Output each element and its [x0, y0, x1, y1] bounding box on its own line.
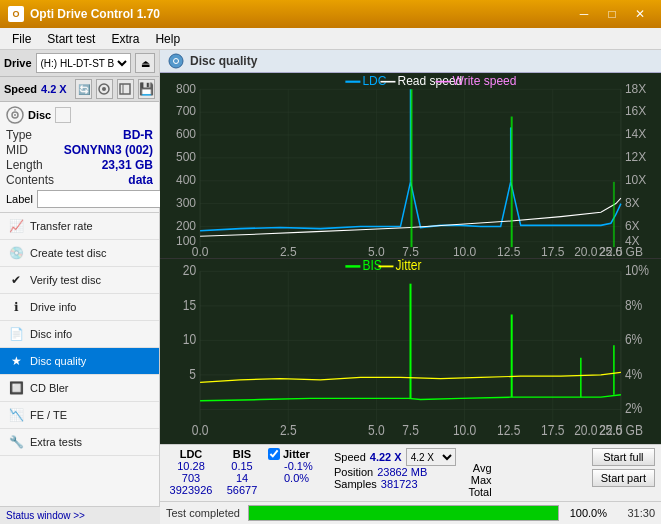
- start-full-button[interactable]: Start full: [592, 448, 655, 466]
- create-test-disc-icon: 💿: [8, 245, 24, 261]
- disc-length-label: Length: [6, 158, 43, 172]
- row-labels: Avg Max Total: [462, 462, 492, 498]
- svg-text:LDC: LDC: [362, 74, 386, 89]
- menu-start-test[interactable]: Start test: [39, 30, 103, 48]
- transfer-rate-label: Transfer rate: [30, 220, 93, 232]
- stats-panel: LDC 10.28 703 3923926 BIS 0.15 14 56677: [160, 444, 661, 501]
- bis-total: 56677: [227, 484, 258, 496]
- svg-point-1: [102, 87, 106, 91]
- disc-panel: Disc Type BD-R MID SONYNN3 (002) Length …: [0, 102, 159, 213]
- svg-text:0.0: 0.0: [192, 244, 209, 258]
- disc-mid-row: MID SONYNN3 (002): [6, 143, 153, 157]
- svg-text:15: 15: [183, 296, 196, 312]
- cd-bler-label: CD Bler: [30, 382, 69, 394]
- jitter-checkbox[interactable]: [268, 448, 280, 460]
- svg-rect-2: [120, 84, 130, 94]
- fe-te-icon: 📉: [8, 407, 24, 423]
- progress-bar: [248, 505, 559, 521]
- svg-text:20.0: 20.0: [574, 244, 597, 258]
- sidebar-item-disc-info[interactable]: 📄 Disc info: [0, 321, 159, 348]
- verify-test-disc-icon: ✔: [8, 272, 24, 288]
- title-bar-title: Opti Drive Control 1.70: [30, 7, 571, 21]
- maximize-button[interactable]: □: [599, 4, 625, 24]
- svg-text:300: 300: [176, 195, 196, 210]
- minimize-button[interactable]: ─: [571, 4, 597, 24]
- status-window-link[interactable]: Status window >>: [6, 510, 85, 521]
- transfer-rate-icon: 📈: [8, 218, 24, 234]
- speed-refresh-button[interactable]: 🔄: [75, 79, 92, 99]
- ldc-max: 703: [182, 472, 200, 484]
- close-button[interactable]: ✕: [627, 4, 653, 24]
- disc-length-row: Length 23,31 GB: [6, 158, 153, 172]
- disc-mid-label: MID: [6, 143, 28, 157]
- speed-icon-btn2[interactable]: [96, 79, 113, 99]
- sidebar-item-extra-tests[interactable]: 🔧 Extra tests: [0, 429, 159, 456]
- svg-text:4%: 4%: [625, 365, 642, 381]
- disc-quality-icon: ★: [8, 353, 24, 369]
- sidebar-item-transfer-rate[interactable]: 📈 Transfer rate: [0, 213, 159, 240]
- menu-file[interactable]: File: [4, 30, 39, 48]
- chart1-svg: 800 700 600 500 400 300 200 100 18X 16X …: [160, 73, 661, 258]
- svg-point-7: [14, 109, 16, 111]
- disc-label-text: Label: [6, 193, 33, 205]
- svg-text:800: 800: [176, 81, 196, 96]
- disc-type-label: Type: [6, 128, 32, 142]
- drive-eject-button[interactable]: ⏏: [135, 53, 155, 73]
- progress-percent: 100.0%: [567, 507, 607, 519]
- menu-extra[interactable]: Extra: [103, 30, 147, 48]
- speed-key: Speed: [334, 451, 366, 463]
- svg-text:8%: 8%: [625, 296, 642, 312]
- speed-dropdown[interactable]: 4.2 X: [406, 448, 456, 466]
- extra-tests-label: Extra tests: [30, 436, 82, 448]
- drive-label: Drive: [4, 57, 32, 69]
- drive-select[interactable]: (H:) HL-DT-ST BD-RE WH16NS48 1.D3: [36, 53, 131, 73]
- disc-quality-icon: [168, 53, 184, 69]
- svg-text:2%: 2%: [625, 400, 642, 416]
- ldc-total: 3923926: [170, 484, 213, 496]
- drive-info-icon: ℹ: [8, 299, 24, 315]
- svg-text:5: 5: [189, 365, 196, 381]
- speed-avg-val: 4.22 X: [370, 451, 402, 463]
- sidebar-item-drive-info[interactable]: ℹ Drive info: [0, 294, 159, 321]
- disc-quality-label: Disc quality: [30, 355, 86, 367]
- start-part-button[interactable]: Start part: [592, 469, 655, 487]
- svg-text:16X: 16X: [625, 104, 647, 119]
- menu-help[interactable]: Help: [147, 30, 188, 48]
- speed-icon-btn3[interactable]: [117, 79, 134, 99]
- disc-icon: [6, 106, 24, 124]
- progress-time: 31:30: [615, 507, 655, 519]
- fe-te-label: FE / TE: [30, 409, 67, 421]
- position-value: 23862 MB: [377, 466, 427, 478]
- bis-header: BIS: [233, 448, 251, 460]
- samples-label: Samples: [334, 478, 377, 490]
- sidebar-item-disc-quality[interactable]: ★ Disc quality: [0, 348, 159, 375]
- title-bar: O Opti Drive Control 1.70 ─ □ ✕: [0, 0, 661, 28]
- status-bar: Status window >>: [0, 506, 160, 524]
- samples-value: 381723: [381, 478, 418, 490]
- disc-contents-label: Contents: [6, 173, 54, 187]
- nav-list: 📈 Transfer rate 💿 Create test disc ✔ Ver…: [0, 213, 159, 456]
- speed-save-btn[interactable]: 💾: [138, 79, 155, 99]
- disc-mid-value: SONYNN3 (002): [64, 143, 153, 157]
- disc-type-value: BD-R: [123, 128, 153, 142]
- max-label: Max: [471, 474, 492, 486]
- ldc-col: LDC 10.28 703 3923926: [166, 448, 216, 496]
- disc-info-icon: 📄: [8, 326, 24, 342]
- sidebar-item-verify-test-disc[interactable]: ✔ Verify test disc: [0, 267, 159, 294]
- sidebar-item-create-test-disc[interactable]: 💿 Create test disc: [0, 240, 159, 267]
- svg-text:6%: 6%: [625, 331, 642, 347]
- samples-row: Samples 381723: [334, 478, 456, 490]
- sidebar-item-fe-te[interactable]: 📉 FE / TE: [0, 402, 159, 429]
- disc-length-value: 23,31 GB: [102, 158, 153, 172]
- title-bar-buttons: ─ □ ✕: [571, 4, 653, 24]
- position-label: Position: [334, 466, 373, 478]
- svg-text:600: 600: [176, 127, 196, 142]
- jitter-checkbox-row: Jitter: [268, 448, 328, 460]
- svg-text:2.5: 2.5: [280, 422, 297, 438]
- sidebar-item-cd-bler[interactable]: 🔲 CD Bler: [0, 375, 159, 402]
- jitter-header: Jitter: [283, 448, 310, 460]
- svg-text:8X: 8X: [625, 195, 640, 210]
- create-test-disc-label: Create test disc: [30, 247, 106, 259]
- disc-label-input[interactable]: [37, 190, 170, 208]
- svg-text:25.0 GB: 25.0 GB: [599, 422, 643, 438]
